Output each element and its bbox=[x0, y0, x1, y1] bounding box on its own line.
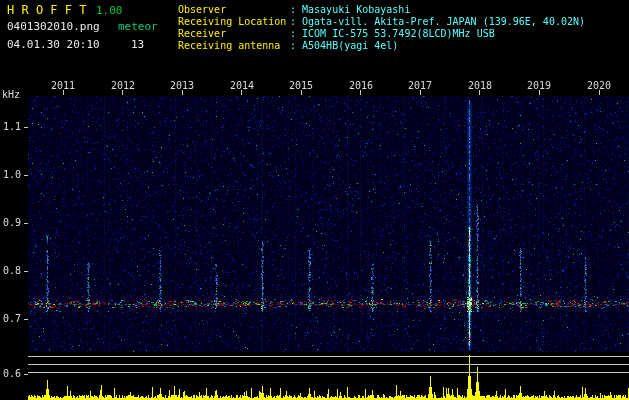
y-axis-tick: 0.7 bbox=[3, 314, 25, 324]
x-axis-tick: 2016 bbox=[341, 81, 381, 91]
date-time-label: 04.01.30 20:10 bbox=[7, 39, 100, 50]
station-label: Observer bbox=[178, 4, 290, 16]
mode-label: meteor bbox=[118, 21, 158, 32]
y-axis-tick: 1.0 bbox=[3, 170, 25, 180]
station-row: Receiving Location : Ogata-vill. Akita-P… bbox=[178, 16, 585, 28]
x-axis-tick: 2011 bbox=[43, 81, 83, 91]
x-axis-tick: 2017 bbox=[400, 81, 440, 91]
output-filename: 0401302010.png bbox=[7, 21, 100, 32]
x-axis-tick: 2015 bbox=[281, 81, 321, 91]
station-row: Receiver : ICOM IC-575 53.7492(8LCD)MHz … bbox=[178, 28, 585, 40]
x-axis-tick: 2012 bbox=[103, 81, 143, 91]
station-info: Observer : Masayuki Kobayashi Receiving … bbox=[178, 4, 585, 52]
station-row: Receiving antenna : A504HB(yagi 4el) bbox=[178, 40, 585, 52]
station-value: : ICOM IC-575 53.7492(8LCD)MHz USB bbox=[290, 28, 495, 40]
station-value: : Masayuki Kobayashi bbox=[290, 4, 410, 16]
x-axis-tick: 2013 bbox=[162, 81, 202, 91]
station-label: Receiving antenna bbox=[178, 40, 290, 52]
x-axis-tick: 2018 bbox=[460, 81, 500, 91]
y-axis-tick: 0.8 bbox=[3, 266, 25, 276]
station-value: : A504HB(yagi 4el) bbox=[290, 40, 398, 52]
hrofft-window: H R O F F T 1.00 0401302010.png meteor 0… bbox=[0, 0, 629, 400]
y-axis-tick: 0.6 bbox=[3, 369, 25, 379]
y-axis-unit: kHz bbox=[2, 90, 20, 100]
app-title: H R O F F T bbox=[7, 4, 86, 16]
x-axis-tick: 2020 bbox=[579, 81, 619, 91]
station-row: Observer : Masayuki Kobayashi bbox=[178, 4, 585, 16]
x-axis-tick: 2019 bbox=[519, 81, 559, 91]
app-version: 1.00 bbox=[96, 5, 123, 16]
x-axis-tick: 2014 bbox=[222, 81, 262, 91]
station-label: Receiving Location bbox=[178, 16, 290, 28]
station-label: Receiver bbox=[178, 28, 290, 40]
station-value: : Ogata-vill. Akita-Pref. JAPAN (139.96E… bbox=[290, 16, 585, 28]
y-axis-tick: 0.9 bbox=[3, 218, 25, 228]
echo-count: 13 bbox=[131, 39, 144, 50]
spectrogram-canvas bbox=[0, 0, 629, 400]
y-axis-tick: 1.1 bbox=[3, 122, 25, 132]
